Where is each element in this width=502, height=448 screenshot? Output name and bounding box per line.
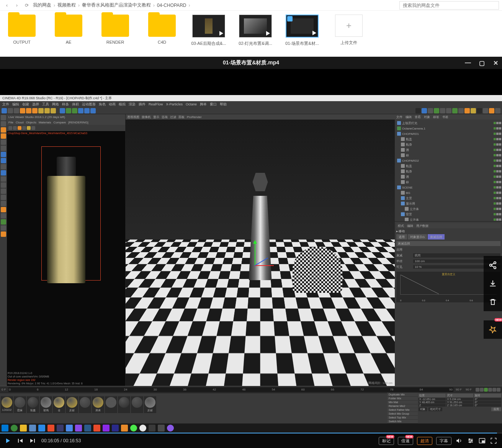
wireframe-bottle-1: [243, 173, 278, 280]
svg-marker-8: [30, 439, 33, 443]
folder-icon: [8, 15, 36, 37]
play-icon: [219, 31, 223, 36]
window-controls: — ▢ ✕: [464, 57, 499, 69]
plus-icon: +: [335, 15, 363, 37]
video-thumb: [239, 15, 272, 38]
pip-button[interactable]: [478, 437, 486, 445]
fullscreen-button[interactable]: [490, 437, 497, 445]
svg-rect-9: [34, 439, 35, 443]
c4d-window-title: CINEMA 4D R19.068 Studio (RC - R19) - [C…: [0, 95, 502, 101]
svg-line-3: [492, 263, 494, 265]
play-button[interactable]: [5, 437, 11, 444]
c4d-left-toolbar: [0, 114, 7, 386]
context-menu: Duplicate MixFolder MixMix MatRename Mix…: [387, 393, 418, 423]
player-controls: 00:16:05 / 00:16:53 标记 NEW 倍速 NEW 超清 字幕: [0, 433, 502, 448]
svg-point-14: [471, 440, 473, 441]
minimize-button[interactable]: —: [464, 59, 471, 66]
file-grid: OUTPUT AE RENDER C4D 03-AE后期合成&... 02-灯光…: [0, 11, 502, 57]
nav-back[interactable]: ‹: [3, 2, 11, 9]
render-viewport: ChopShop Dene_MeshVani/Dne_MeshVani/Dne_…: [7, 131, 125, 386]
speed-button[interactable]: 倍速 NEW: [398, 437, 413, 445]
search-input[interactable]: [399, 1, 499, 10]
maximize-button[interactable]: ▢: [478, 59, 485, 66]
video-title: 01-场景布置&材质.mp4: [223, 59, 279, 66]
crumb-1[interactable]: 视频教程: [57, 2, 76, 8]
volume-button[interactable]: [455, 437, 463, 445]
top-nav: ‹ › ⟳ 我的网盘 › 视频教程 › 奢华香水风格图产品渲染中文教程 › 04…: [0, 0, 502, 11]
video-thumb-selected: [286, 15, 319, 38]
svg-line-4: [492, 266, 494, 267]
folder-icon: [55, 15, 82, 37]
folder-output[interactable]: OUTPUT: [6, 15, 38, 44]
svg-rect-17: [482, 441, 484, 443]
c4d-toolbar: [0, 107, 502, 114]
crumb-0[interactable]: 我的网盘: [33, 2, 51, 8]
nav-forward[interactable]: ›: [13, 2, 21, 9]
rendered-bottle: [43, 157, 89, 283]
time-display: 00:16:05 / 00:16:53: [41, 438, 81, 443]
coordinates-panel: 位置尺寸旋转 X -12.651 cmX 5.194 cm0°Y 48.465 …: [418, 393, 502, 423]
render-stats: R19 2018.01242.1-0 Out of core used/ram/…: [8, 371, 83, 385]
nav-refresh[interactable]: ⟳: [23, 2, 31, 9]
mark-button[interactable]: 标记 NEW: [379, 437, 394, 445]
crumb-3[interactable]: 04-CHOPARD: [157, 3, 186, 8]
progress-bar[interactable]: [0, 433, 502, 433]
video-item-03[interactable]: 03-AE后期合成&...: [193, 15, 224, 46]
svg-point-13: [469, 439, 470, 440]
svg-rect-6: [18, 439, 19, 443]
upload-button[interactable]: + 上传文件: [333, 15, 365, 46]
next-button[interactable]: [29, 437, 36, 444]
subtitle-button[interactable]: 字幕: [436, 437, 451, 445]
video-item-01[interactable]: 01-场景布置&材...: [286, 15, 318, 46]
side-toolbar: NEW: [484, 256, 502, 339]
play-icon: [312, 31, 316, 35]
c4d-menubar: 文件编辑创建选择工具网格样条体积运动图形角色动画模拟渲染插件RealFlowX-…: [0, 101, 502, 107]
video-player: 01-场景布置&材质.mp4 — ▢ ✕ CINEMA 4D R19.068 S…: [0, 57, 502, 448]
download-button[interactable]: [484, 274, 502, 293]
svg-marker-5: [6, 438, 10, 443]
c4d-viewport: 透视视图摄像机显示选项过滤面板ProRender 网: [126, 114, 395, 386]
folder-icon: [101, 15, 129, 37]
octane-live-viewer: Live Viewer Studio 2018.1.2 (29 days lef…: [7, 114, 126, 386]
video-item-02[interactable]: 02-灯光布置&调...: [240, 15, 271, 46]
settings-button[interactable]: [467, 437, 474, 445]
c4d-right-panel: 文件编辑查看对象标签书签 上场景灯光OctaneCamera.1CHOPARD1…: [395, 114, 502, 386]
prev-button[interactable]: [17, 437, 24, 444]
svg-point-2: [494, 267, 496, 269]
folder-icon: [148, 15, 176, 37]
video-titlebar: 01-场景布置&材质.mp4 — ▢ ✕: [0, 57, 502, 69]
object-manager: 文件编辑查看对象标签书签 上场景灯光OctaneCamera.1CHOPARD1…: [395, 114, 502, 222]
close-button[interactable]: ✕: [492, 59, 499, 66]
windows-taskbar: [0, 423, 502, 433]
svg-point-15: [469, 441, 471, 443]
new-badge: NEW: [494, 318, 502, 322]
material-manager: LOGO2图案瓶盖玻璃金反射酒液反射: [0, 393, 387, 416]
folder-c4d[interactable]: C4D: [146, 15, 178, 44]
quality-button[interactable]: 超清: [417, 437, 432, 445]
video-thumb: [192, 15, 225, 38]
crumb-2[interactable]: 奢华香水风格图产品渲染中文教程: [82, 2, 151, 8]
svg-point-1: [490, 264, 492, 266]
c4d-timeline: 0 F 061218243036424854606672788490 90 F …: [0, 386, 502, 393]
svg-marker-7: [20, 439, 23, 443]
pin-button[interactable]: NEW: [484, 320, 502, 339]
video-frame-content: CINEMA 4D R19.068 Studio (RC - R19) - [C…: [0, 95, 502, 433]
svg-point-0: [494, 262, 496, 264]
delete-button[interactable]: [484, 293, 502, 311]
breadcrumb: 我的网盘 › 视频教程 › 奢华香水风格图产品渲染中文教程 › 04-CHOPA…: [33, 2, 397, 8]
folder-render[interactable]: RENDER: [100, 15, 131, 44]
share-button[interactable]: [484, 256, 502, 274]
play-icon: [266, 31, 270, 36]
wireframe-bottle-2: [293, 231, 342, 293]
folder-ae[interactable]: AE: [53, 15, 84, 44]
